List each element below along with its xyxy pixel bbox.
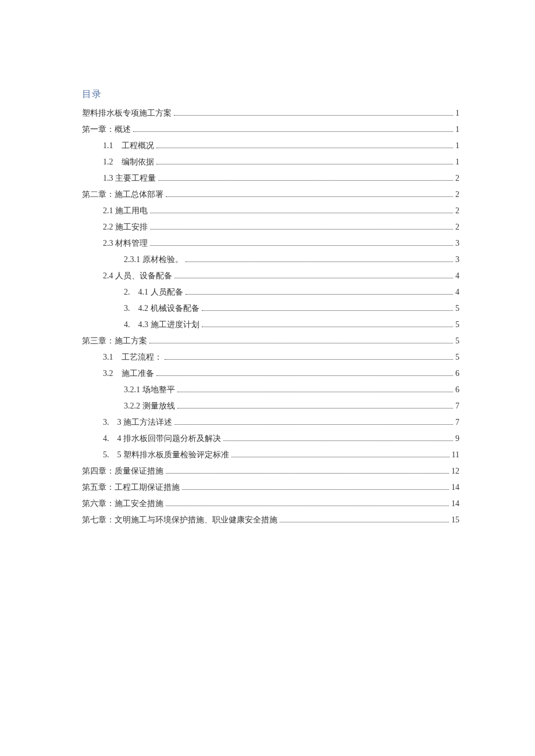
toc-container: 塑料排水板专项施工方案1第一章：概述11.1 工程概况11.2 编制依据11.3… — [82, 105, 459, 528]
toc-entry-page: 14 — [451, 496, 459, 512]
toc-entry-page: 4 — [455, 268, 459, 284]
toc-entry-page: 12 — [451, 463, 459, 479]
toc-entry-label: 3.2 施工准备 — [103, 366, 154, 382]
toc-dots — [156, 164, 454, 164]
toc-entry-label: 第一章：概述 — [82, 121, 131, 138]
toc-dots — [149, 343, 453, 343]
toc-entry-page: 14 — [451, 479, 459, 496]
toc-entry: 1.2 编制依据1 — [82, 154, 459, 170]
toc-entry-label: 第五章：工程工期保证措施 — [82, 479, 180, 496]
toc-entry-page: 11 — [452, 447, 459, 463]
toc-entry: 2.2 施工安排2 — [82, 219, 459, 235]
toc-entry: 2. 4.1 人员配备4 — [82, 284, 459, 300]
toc-dots — [182, 489, 449, 490]
toc-dots — [223, 440, 453, 441]
toc-entry: 3.1 工艺流程：5 — [82, 349, 459, 366]
toc-dots — [231, 457, 450, 457]
toc-entry-label: 3.2.1 场地整平 — [124, 382, 175, 398]
toc-entry-label: 5. 5 塑料排水板质量检验评定标准 — [103, 447, 229, 463]
toc-dots — [158, 180, 453, 181]
toc-entry-label: 第六章：施工安全措施 — [82, 496, 163, 512]
toc-entry-page: 3 — [455, 252, 459, 268]
toc-entry: 第七章：文明施工与环境保护措施、职业健康安全措施15 — [82, 512, 459, 528]
toc-entry: 3. 3 施工方法详述7 — [82, 414, 459, 431]
toc-entry-label: 3. 3 施工方法详述 — [103, 414, 172, 431]
toc-entry-label: 第三章：施工方案 — [82, 333, 147, 349]
toc-dots — [150, 229, 453, 230]
toc-dots — [177, 392, 454, 392]
toc-entry-page: 5 — [455, 317, 459, 333]
toc-entry-label: 2.3 材料管理 — [103, 235, 148, 252]
toc-entry-page: 2 — [455, 203, 459, 219]
toc-entry-page: 7 — [455, 398, 459, 414]
toc-entry: 塑料排水板专项施工方案1 — [82, 105, 459, 121]
toc-entry-label: 第二章：施工总体部署 — [82, 187, 163, 203]
toc-entry: 第五章：工程工期保证措施14 — [82, 479, 459, 496]
toc-entry-page: 2 — [455, 170, 459, 187]
toc-dots — [174, 278, 453, 278]
toc-entry-page: 1 — [455, 105, 459, 121]
toc-entry-page: 1 — [455, 138, 459, 154]
toc-entry-page: 1 — [455, 154, 459, 170]
toc-entry-label: 1.2 编制依据 — [103, 154, 154, 170]
toc-entry: 2.3.1 原材检验。3 — [82, 252, 459, 268]
toc-entry: 第二章：施工总体部署2 — [82, 187, 459, 203]
toc-entry: 2.4 人员、设备配备4 — [82, 268, 459, 284]
toc-dots — [202, 327, 454, 327]
toc-entry-label: 2.1 施工用电 — [103, 203, 148, 219]
toc-entry-label: 3. 4.2 机械设备配备 — [124, 300, 199, 317]
toc-entry-page: 3 — [455, 235, 459, 252]
toc-entry-label: 3.1 工艺流程： — [103, 349, 162, 366]
toc-entry-page: 5 — [455, 349, 459, 366]
toc-dots — [166, 196, 453, 197]
toc-entry: 1.1 工程概况1 — [82, 138, 459, 154]
toc-dots — [202, 310, 454, 311]
toc-entry-label: 塑料排水板专项施工方案 — [82, 105, 172, 121]
toc-entry: 3.2 施工准备6 — [82, 366, 459, 382]
toc-dots — [280, 522, 449, 522]
toc-entry-page: 6 — [455, 382, 459, 398]
toc-entry-page: 2 — [455, 187, 459, 203]
toc-entry: 5. 5 塑料排水板质量检验评定标准11 — [82, 447, 459, 463]
toc-entry-page: 7 — [455, 414, 459, 431]
toc-dots — [156, 148, 454, 148]
toc-dots — [150, 245, 453, 246]
toc-title: 目录 — [82, 88, 459, 101]
toc-entry-page: 2 — [455, 219, 459, 235]
toc-entry: 第一章：概述1 — [82, 121, 459, 138]
toc-dots — [174, 424, 453, 425]
toc-entry: 3.2.1 场地整平6 — [82, 382, 459, 398]
toc-entry-label: 4. 4 排水板回带问题分析及解决 — [103, 431, 221, 447]
toc-entry-page: 6 — [455, 366, 459, 382]
toc-dots — [177, 408, 454, 409]
toc-entry-page: 5 — [455, 300, 459, 317]
toc-entry: 第六章：施工安全措施14 — [82, 496, 459, 512]
toc-entry: 4. 4.3 施工进度计划5 — [82, 317, 459, 333]
toc-dots — [166, 506, 449, 506]
toc-entry: 1.3 主要工程量2 — [82, 170, 459, 187]
toc-dots — [186, 294, 454, 295]
toc-entry-page: 4 — [455, 284, 459, 300]
toc-entry-page: 1 — [455, 121, 459, 138]
toc-dots — [174, 115, 453, 116]
toc-entry-label: 2.2 施工安排 — [103, 219, 148, 235]
toc-entry-page: 5 — [455, 333, 459, 349]
toc-dots — [133, 131, 453, 132]
toc-entry-label: 第七章：文明施工与环境保护措施、职业健康安全措施 — [82, 512, 277, 528]
toc-entry: 2.3 材料管理3 — [82, 235, 459, 252]
toc-entry-page: 15 — [451, 512, 459, 528]
toc-entry: 4. 4 排水板回带问题分析及解决9 — [82, 431, 459, 447]
toc-entry-label: 1.3 主要工程量 — [103, 170, 156, 187]
toc-entry-label: 第四章：质量保证措施 — [82, 463, 163, 479]
toc-entry: 第三章：施工方案5 — [82, 333, 459, 349]
toc-dots — [150, 213, 453, 213]
toc-entry-label: 2.3.1 原材检验。 — [124, 252, 183, 268]
toc-dots — [165, 359, 454, 360]
toc-entry-label: 3.2.2 测量放线 — [124, 398, 175, 414]
toc-dots — [186, 261, 454, 262]
toc-entry-page: 9 — [455, 431, 459, 447]
toc-dots — [156, 375, 454, 376]
toc-entry: 3.2.2 测量放线7 — [82, 398, 459, 414]
toc-entry-label: 2. 4.1 人员配备 — [124, 284, 183, 300]
toc-entry-label: 1.1 工程概况 — [103, 138, 154, 154]
